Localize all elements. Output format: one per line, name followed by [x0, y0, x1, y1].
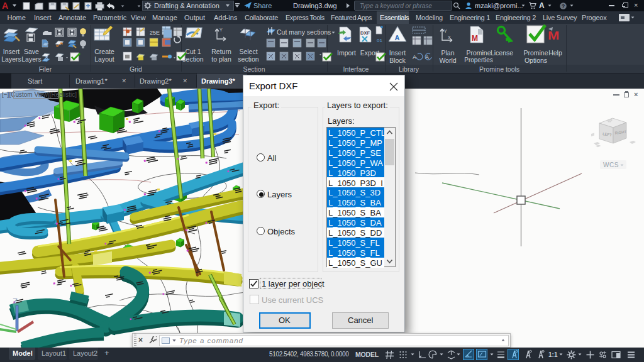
svg-text:A: A — [413, 54, 416, 60]
svg-text:M: M — [548, 29, 559, 42]
svg-text:?: ? — [562, 3, 565, 9]
svg-text:DXF: DXF — [360, 30, 370, 36]
svg-text:A: A — [395, 34, 400, 41]
svg-text:01: 01 — [377, 38, 382, 43]
svg-text:Z: Z — [13, 297, 18, 306]
svg-text:Y: Y — [219, 28, 223, 32]
svg-text:M: M — [472, 34, 478, 43]
svg-text:Y: Y — [444, 29, 447, 33]
svg-text:25E: 25E — [150, 30, 160, 36]
svg-text:X: X — [448, 35, 451, 40]
